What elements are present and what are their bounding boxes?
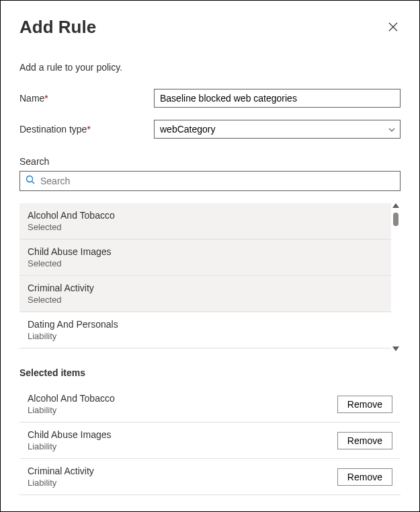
close-button[interactable] [386, 19, 401, 36]
list-item-name: Dating And Personals [28, 319, 392, 330]
panel-title: Add Rule [19, 17, 96, 38]
destination-type-row: Destination type* webCategory [19, 120, 401, 139]
remove-button[interactable]: Remove [337, 432, 392, 449]
search-label: Search [19, 156, 401, 167]
search-icon [26, 175, 35, 187]
selected-item-row: Child Abuse Images Liability Remove [19, 423, 401, 459]
scroll-up-icon[interactable] [392, 203, 399, 208]
scroll-down-icon[interactable] [392, 346, 399, 351]
selected-item-name: Criminal Activity [28, 466, 94, 476]
list-item-status: Selected [28, 258, 392, 268]
name-row: Name* [19, 89, 401, 108]
destination-type-select[interactable]: webCategory [154, 120, 401, 139]
selected-item-category: Liability [28, 478, 94, 488]
scroll-thumb[interactable] [393, 213, 398, 226]
selected-item-name: Alcohol And Tobacco [28, 393, 115, 404]
panel-subtitle: Add a rule to your policy. [19, 62, 401, 73]
list-item[interactable]: Child Abuse Images Selected [19, 240, 401, 276]
svg-line-1 [32, 182, 35, 184]
selected-items-list: Alcohol And Tobacco Liability Remove Chi… [19, 386, 401, 495]
list-item-status: Selected [28, 295, 392, 305]
selected-item-name: Child Abuse Images [28, 429, 112, 440]
selected-item-row: Criminal Activity Liability Remove [19, 459, 401, 495]
remove-button[interactable]: Remove [337, 468, 392, 486]
panel-header: Add Rule [19, 17, 401, 38]
add-rule-panel: Add Rule Add a rule to your policy. Name… [0, 0, 420, 512]
list-item-name: Child Abuse Images [28, 246, 392, 257]
required-asterisk: * [44, 93, 48, 104]
selected-item-category: Liability [28, 405, 115, 415]
category-list: Alcohol And Tobacco Selected Child Abuse… [19, 203, 401, 351]
list-item-status: Liability [28, 331, 392, 341]
destination-type-label: Destination type* [19, 124, 154, 135]
list-item-status: Selected [28, 222, 392, 232]
svg-point-0 [27, 176, 33, 182]
search-box[interactable] [19, 171, 401, 191]
name-label: Name* [19, 93, 154, 104]
close-icon [388, 22, 398, 32]
remove-button[interactable]: Remove [337, 396, 392, 413]
list-item[interactable]: Dating And Personals Liability [19, 312, 401, 349]
list-item-name: Criminal Activity [28, 283, 392, 293]
list-item-name: Alcohol And Tobacco [28, 210, 392, 221]
list-item[interactable]: Alcohol And Tobacco Selected [19, 203, 401, 240]
search-input[interactable] [40, 176, 394, 186]
list-item[interactable]: Criminal Activity Selected [19, 276, 401, 312]
required-asterisk: * [87, 124, 90, 135]
selected-item-row: Alcohol And Tobacco Liability Remove [19, 386, 401, 423]
name-input[interactable] [154, 89, 401, 108]
selected-items-heading: Selected items [19, 367, 401, 378]
scrollbar[interactable] [391, 203, 401, 351]
selected-item-category: Liability [28, 441, 112, 451]
